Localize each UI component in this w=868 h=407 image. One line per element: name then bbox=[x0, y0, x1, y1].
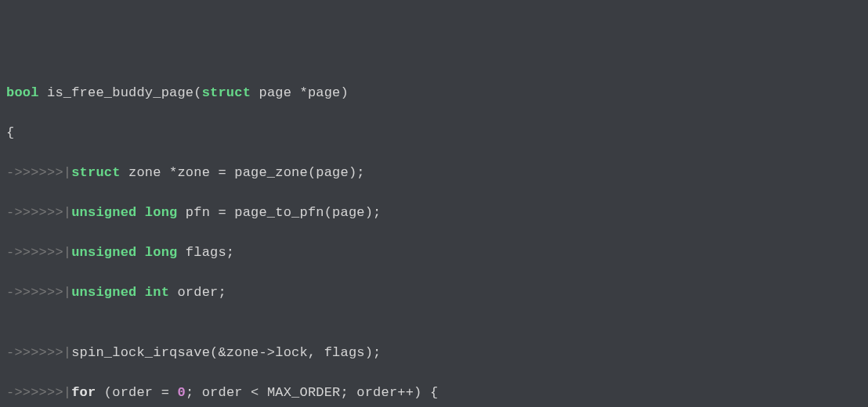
for-head: (order = bbox=[96, 385, 177, 400]
keyword-unsigned: unsigned bbox=[71, 285, 136, 300]
whitespace-indent: ->>>>>>| bbox=[6, 245, 71, 260]
param: page *page) bbox=[251, 85, 349, 100]
number-zero: 0 bbox=[177, 385, 185, 400]
keyword-unsigned: unsigned bbox=[71, 245, 136, 260]
code-line-8[interactable]: ->>>>>>|spin_lock_irqsave(&zone->lock, f… bbox=[6, 343, 862, 363]
whitespace-indent: ->>>>>>| bbox=[6, 385, 71, 400]
decl: flags; bbox=[177, 245, 234, 260]
code-line-6[interactable]: ->>>>>>|unsigned int order; bbox=[6, 283, 862, 303]
decl: pfn = page_to_pfn(page); bbox=[177, 205, 381, 220]
keyword-long: long bbox=[136, 205, 177, 220]
decl: zone *zone = page_zone(page); bbox=[121, 165, 365, 180]
keyword-int: int bbox=[136, 285, 169, 300]
whitespace-indent: ->>>>>>| bbox=[6, 165, 71, 180]
call: spin_lock_irqsave(&zone->lock, flags); bbox=[71, 345, 381, 360]
keyword-for: for bbox=[71, 385, 96, 400]
code-line-3[interactable]: ->>>>>>|struct zone *zone = page_zone(pa… bbox=[6, 163, 862, 183]
keyword-long: long bbox=[136, 245, 177, 260]
keyword-bool: bool bbox=[6, 85, 39, 100]
code-line-2[interactable]: { bbox=[6, 123, 862, 143]
decl: order; bbox=[169, 285, 226, 300]
whitespace-indent: ->>>>>>| bbox=[6, 205, 71, 220]
code-line-9[interactable]: ->>>>>>|for (order = 0; order < MAX_ORDE… bbox=[6, 383, 862, 403]
whitespace-indent: ->>>>>>| bbox=[6, 345, 71, 360]
func-decl: is_free_buddy_page( bbox=[39, 85, 202, 100]
keyword-struct: struct bbox=[202, 85, 251, 100]
keyword-unsigned: unsigned bbox=[71, 205, 136, 220]
whitespace-indent: ->>>>>>| bbox=[6, 285, 71, 300]
code-line-1[interactable]: bool is_free_buddy_page(struct page *pag… bbox=[6, 83, 862, 103]
keyword-struct: struct bbox=[71, 165, 120, 180]
for-tail: ; order < MAX_ORDER; order++) { bbox=[186, 385, 438, 400]
code-line-4[interactable]: ->>>>>>|unsigned long pfn = page_to_pfn(… bbox=[6, 203, 862, 223]
code-line-5[interactable]: ->>>>>>|unsigned long flags; bbox=[6, 243, 862, 263]
open-brace: { bbox=[6, 125, 14, 140]
